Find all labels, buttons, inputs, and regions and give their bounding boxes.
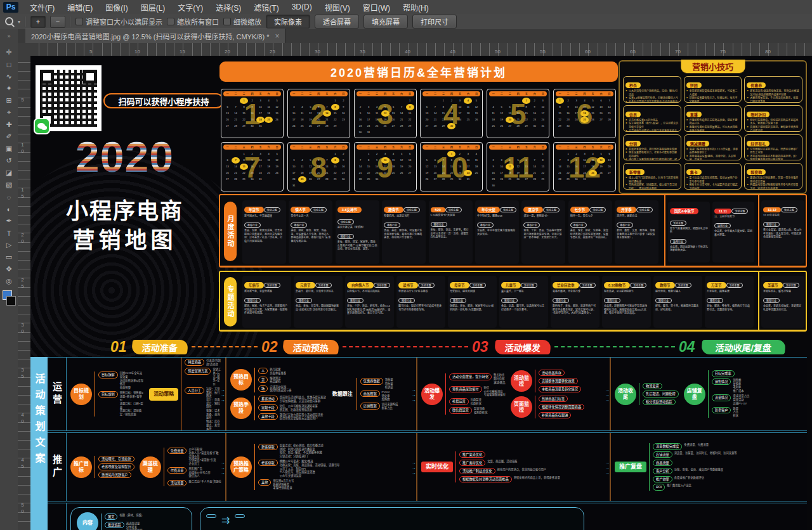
menu-item[interactable]: 选择(S) bbox=[209, 0, 247, 14]
crop-tool[interactable]: ⊞ bbox=[2, 95, 16, 106]
option-checkbox[interactable]: 细微缩放 bbox=[223, 16, 261, 27]
quick-selection-tool[interactable]: ✦ bbox=[2, 83, 16, 94]
zoom-tool[interactable]: ◎ bbox=[2, 276, 16, 287]
move-tool[interactable]: ✛ bbox=[2, 47, 16, 58]
branch-label: 优惠券数据 bbox=[360, 378, 383, 384]
calendar-day: 13 bbox=[315, 164, 323, 170]
toolbox-collapse-icon[interactable]: » bbox=[0, 29, 18, 43]
mindmap-root: 活动监控 bbox=[511, 370, 532, 392]
menu-item[interactable]: 编辑(E) bbox=[61, 0, 99, 14]
brush-tool[interactable]: ✐ bbox=[2, 131, 16, 142]
calendar-day: 31 bbox=[290, 183, 298, 189]
lasso-tool[interactable]: ∿ bbox=[2, 71, 16, 82]
rectangular-marquee-tool[interactable]: □ bbox=[2, 59, 16, 70]
menu-item[interactable]: 文字(Y) bbox=[171, 0, 209, 14]
calendar-day: 28 bbox=[530, 176, 539, 183]
activity-card: 11.11活动主题11、11剁手狂欢节适用行业全品类，全年最大力度大促，提前蓄水… bbox=[712, 202, 754, 262]
blur-tool[interactable]: ◌ bbox=[2, 191, 16, 202]
workflow-cell: 实时优化推广渠道优化推广素材优化文案、商品图、活动海报活动推广利益点优化抓住用户… bbox=[417, 433, 610, 501]
activity-card: 毕业狂欢季活动主题青春不散场，毕业旅行季推荐行业数码电子、美妆、服饰、旅游等商户… bbox=[551, 276, 599, 328]
option-button[interactable]: 适合屏幕 bbox=[315, 15, 359, 29]
zoom-in-button[interactable]: + bbox=[30, 16, 46, 28]
industry-label: 推荐行业 bbox=[450, 298, 466, 303]
mindmap-root: 推广复盘 bbox=[615, 462, 646, 472]
document-tab[interactable]: 2020小程序电商营销地图.jpg @ 12.5% (扫码可以获得小程序扶持, … bbox=[25, 29, 285, 43]
menu-item[interactable]: 窗口(W) bbox=[357, 0, 396, 14]
color-swatches[interactable] bbox=[2, 290, 16, 306]
ruler-number: 50 bbox=[20, 502, 25, 515]
mindmap-cluster: 渠道梳理免费流量公众号粉丝社群人员/“裂变海报”扩散店铺会员分销裂变/“老带新”… bbox=[140, 448, 221, 486]
pen-tool[interactable]: ✒ bbox=[2, 216, 16, 226]
mindmap-branch: 其他朋友圈&百万大号数据好物推荐老客经销商渠道 bbox=[258, 479, 339, 490]
industry-label: 推荐行业 bbox=[384, 223, 400, 228]
background-color-swatch[interactable] bbox=[6, 296, 16, 306]
mindmap-cluster: 预热推广策略新客获取裂变活动：砍价拼团、助力传播活动拼团：利用分销渠道传播裂变秒… bbox=[230, 444, 339, 490]
branch-label: 推广素材优化 bbox=[459, 460, 485, 466]
tab-close-icon[interactable]: × bbox=[275, 32, 279, 41]
zoom-out-button[interactable]: − bbox=[50, 16, 65, 28]
spot-healing-brush-tool[interactable]: ✚ bbox=[2, 119, 16, 130]
option-button[interactable]: 实际像素 bbox=[266, 15, 310, 29]
menu-item[interactable]: 图像(I) bbox=[99, 0, 134, 14]
theme-label: 活动主题 bbox=[675, 283, 691, 288]
calendar-day: 18 bbox=[464, 110, 472, 117]
branch-line: 福利群转化 bbox=[474, 411, 487, 415]
menu-item[interactable]: 滤镜(T) bbox=[247, 0, 285, 14]
eraser-tool[interactable]: ◪ bbox=[2, 167, 16, 178]
activity-title: 圣诞节 bbox=[763, 282, 783, 288]
horizontal-type-tool[interactable]: T bbox=[2, 228, 16, 238]
calendar-day: 8 bbox=[522, 104, 530, 110]
tip-title: 新零售 bbox=[625, 169, 645, 175]
eyedropper-tool[interactable]: ⌖ bbox=[2, 107, 16, 118]
history-brush-tool[interactable]: ↺ bbox=[2, 155, 16, 166]
tip-line: 新客进店券/满减券组合发放，将商品价格锚定/特价商品的期限内设置不同券 bbox=[747, 89, 800, 96]
tip-line: 拼团价设置要有吸引力，阶梯让利，每天不定期更新 bbox=[686, 96, 740, 103]
industry-text: 食品、美妆、百货等，围绕团圆场景推出“全民闹元宵”活动并进行引流曝光。 bbox=[296, 304, 341, 311]
calendar-day: 5 bbox=[273, 151, 281, 157]
industry-text: 美妆、服饰、饰品、生鲜等，各行业可以主打买一送一活动、甜蜜告白礼盒等玩法。 bbox=[431, 228, 471, 238]
calendar-day: 31 bbox=[580, 176, 589, 183]
calendar-day: 27 bbox=[390, 123, 398, 129]
menu-item[interactable]: 3D(D) bbox=[285, 0, 318, 14]
option-checkbox[interactable]: 调整窗口大小以满屏显示 bbox=[75, 16, 162, 27]
clone-stamp-tool[interactable]: ▣ bbox=[2, 143, 16, 154]
tool-preset-caret-icon[interactable]: ▾ bbox=[18, 19, 20, 25]
mindmap-branch: 活动推广利益点优化抓住用户的需求点，优化利益点吸引用户 bbox=[459, 468, 560, 474]
menu-item[interactable]: 视图(V) bbox=[318, 0, 357, 14]
option-button[interactable]: 打印尺寸 bbox=[412, 15, 457, 29]
activity-card: 儿童节活动主题童心童乐，六一献礼推荐行业食品、玩具、图书等，玩具商家可以主打给孩… bbox=[499, 276, 548, 328]
calendar-day: 23 bbox=[373, 170, 381, 176]
phase-badge: 活动收尾/复盘 bbox=[701, 340, 786, 354]
dodge-tool[interactable]: ◐ bbox=[2, 204, 16, 214]
theme-label: 活动主题 bbox=[445, 207, 462, 212]
calendar-day: 17 bbox=[464, 164, 472, 170]
calendar-day: 25 bbox=[298, 176, 306, 183]
menu-item[interactable]: 帮助(H) bbox=[396, 0, 435, 14]
mindmap-cluster: 内容图文标题（素材、排版）推送追踪送达阅读量分享转发活动追踪转化 bbox=[77, 512, 186, 530]
zoom-tool-icon[interactable] bbox=[5, 17, 13, 27]
menu-item[interactable]: 文件(F) bbox=[23, 0, 61, 14]
theme-label: 活动主题 bbox=[731, 209, 748, 214]
canvas[interactable]: 扫码可以获得小程序扶持 2020 小程序电商 营销地图 2020营销日历&全年营… bbox=[30, 56, 812, 530]
option-button[interactable]: 填充屏幕 bbox=[363, 15, 408, 29]
calendar-day: 20 bbox=[223, 170, 232, 176]
gradient-tool[interactable]: ▧ bbox=[2, 179, 16, 190]
mindmap-branch: 预售商品尾款催付短信公众号模板消息专属客服跟进催付 bbox=[449, 386, 506, 397]
mindmap-branches: 活动曝光、引流拉新老客唤醒及复购提升激活站内沉默客户 bbox=[95, 456, 134, 479]
branch-line: 将转化率好的商品上浮，获得更多流量 bbox=[514, 476, 560, 480]
path-selection-tool[interactable]: ▷ bbox=[2, 240, 16, 250]
option-checkbox[interactable]: 缩放所有窗口 bbox=[167, 16, 219, 27]
mindmap-branches: 活动主题热度节日/氛围节点/黄金时段特定商品引流款/利润款/活动款预定促销方案营… bbox=[181, 358, 221, 430]
rectangle-shape-tool[interactable]: ▭ bbox=[2, 252, 16, 262]
branch-label: 补货商品库存跟进 bbox=[539, 412, 572, 418]
hand-tool[interactable]: ✥ bbox=[2, 264, 16, 275]
theme-text: 迎开学，焕新自己 bbox=[617, 214, 657, 217]
calendar-day: 24 bbox=[256, 170, 265, 176]
industry-text: 全品类，圣诞互动抽奖、圣诞限定礼盒等主题活动引流。 bbox=[763, 304, 802, 311]
menu-item[interactable]: 图层(L) bbox=[134, 0, 172, 14]
calendar-day: 9 bbox=[572, 157, 580, 164]
calendar-day: 1 bbox=[331, 98, 339, 104]
calendar-day: 18 bbox=[472, 164, 480, 170]
branch-lines: 爆款测试热品建档 bbox=[270, 377, 280, 384]
calendar-day: 15 bbox=[556, 110, 564, 117]
